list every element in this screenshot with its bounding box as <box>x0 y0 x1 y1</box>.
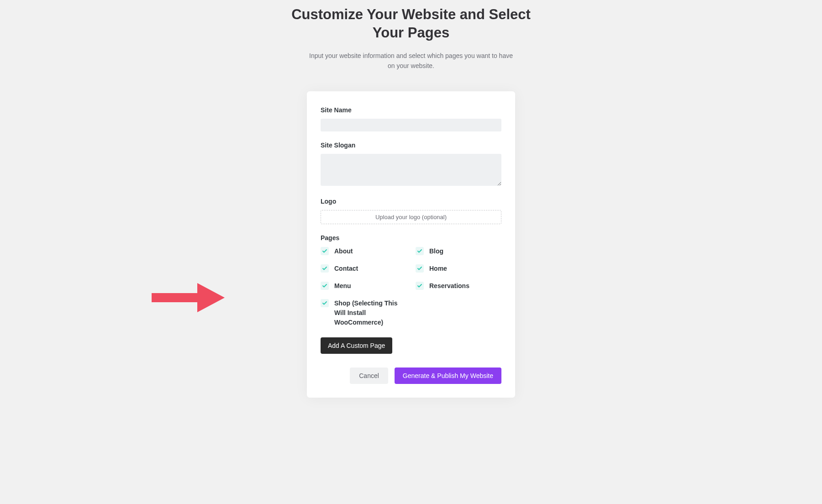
page-label-about: About <box>334 247 353 256</box>
site-slogan-input[interactable] <box>321 154 501 186</box>
page-label-menu: Menu <box>334 281 351 291</box>
page-title: Customize Your Website and Select Your P… <box>274 5 548 42</box>
checkbox-blog[interactable] <box>416 247 424 255</box>
check-icon <box>322 248 327 254</box>
checkbox-shop[interactable] <box>321 299 329 307</box>
site-name-label: Site Name <box>321 106 501 114</box>
page-item-menu: Menu <box>321 281 406 291</box>
page-label-shop: Shop (Selecting This Will Install WooCom… <box>334 299 406 327</box>
annotation-arrow-icon <box>152 283 225 314</box>
check-icon <box>417 283 422 289</box>
add-custom-page-button[interactable]: Add A Custom Page <box>321 337 392 354</box>
pages-group: Pages About Blog Contact <box>321 234 501 354</box>
page-item-shop: Shop (Selecting This Will Install WooCom… <box>321 299 406 327</box>
page-item-home: Home <box>416 264 501 273</box>
checkbox-menu[interactable] <box>321 282 329 290</box>
logo-label: Logo <box>321 198 501 205</box>
cancel-button[interactable]: Cancel <box>350 368 388 384</box>
check-icon <box>417 266 422 271</box>
check-icon <box>417 248 422 254</box>
site-slogan-label: Site Slogan <box>321 142 501 149</box>
checkbox-home[interactable] <box>416 264 424 273</box>
site-name-input[interactable] <box>321 119 501 131</box>
actions-row: Cancel Generate & Publish My Website <box>321 368 501 384</box>
page-label-blog: Blog <box>429 247 443 256</box>
pages-label: Pages <box>321 234 501 242</box>
page-item-reservations: Reservations <box>416 281 501 291</box>
check-icon <box>322 300 327 306</box>
site-name-group: Site Name <box>321 106 501 131</box>
svg-rect-0 <box>152 293 202 302</box>
logo-group: Logo Upload your logo (optional) <box>321 198 501 224</box>
page-label-reservations: Reservations <box>429 281 469 291</box>
page-subtitle: Input your website information and selec… <box>306 51 516 71</box>
page-label-home: Home <box>429 264 447 273</box>
page-item-about: About <box>321 247 406 256</box>
page-item-blog: Blog <box>416 247 501 256</box>
page-label-contact: Contact <box>334 264 358 273</box>
checkbox-contact[interactable] <box>321 264 329 273</box>
check-icon <box>322 266 327 271</box>
checkbox-reservations[interactable] <box>416 282 424 290</box>
form-card: Site Name Site Slogan Logo Upload your l… <box>307 91 515 398</box>
site-slogan-group: Site Slogan <box>321 142 501 188</box>
logo-upload-dropzone[interactable]: Upload your logo (optional) <box>321 210 501 224</box>
page-item-contact: Contact <box>321 264 406 273</box>
pages-grid: About Blog Contact Home <box>321 247 501 327</box>
svg-marker-1 <box>197 283 225 312</box>
check-icon <box>322 283 327 289</box>
generate-publish-button[interactable]: Generate & Publish My Website <box>395 368 501 384</box>
checkbox-about[interactable] <box>321 247 329 255</box>
